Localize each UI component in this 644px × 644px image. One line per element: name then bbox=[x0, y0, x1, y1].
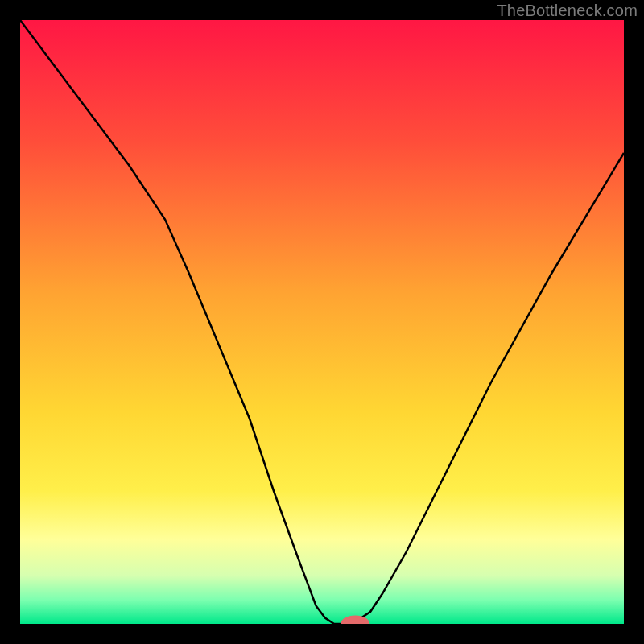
watermark-label: TheBottleneck.com bbox=[497, 2, 638, 20]
chart-plot-area bbox=[20, 20, 624, 624]
chart-background bbox=[20, 20, 624, 624]
chart-frame: TheBottleneck.com bbox=[0, 0, 644, 644]
chart-svg bbox=[20, 20, 624, 624]
